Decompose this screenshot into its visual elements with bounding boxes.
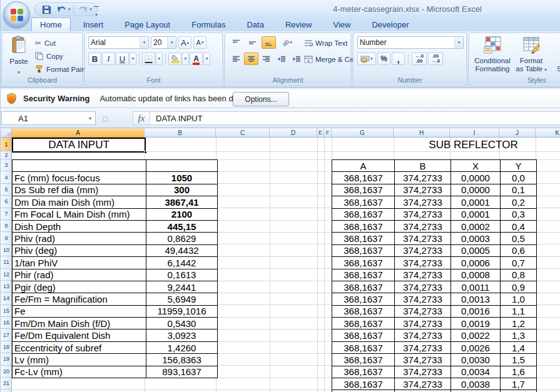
borders-button[interactable]	[142, 53, 155, 65]
row-header[interactable]: 1	[1, 138, 12, 151]
cell-styles-button[interactable]: Cell Styles ▾	[551, 36, 560, 77]
param-value-cell[interactable]: 5,6949	[146, 293, 218, 305]
cell-col-b[interactable]: 374,2733	[395, 329, 451, 341]
insert-function-button[interactable]: fx	[133, 111, 150, 125]
column-header[interactable]: A	[12, 128, 145, 138]
ribbon-tab[interactable]: Developer	[363, 18, 417, 31]
param-label-cell[interactable]: Fe/Fm = Magnification	[13, 293, 146, 305]
formula-bar-splitter[interactable]	[103, 116, 108, 122]
param-label-cell[interactable]: Fe	[13, 305, 146, 317]
cell-col-x[interactable]: 0,0013	[451, 293, 501, 305]
cell-col-y[interactable]: 0,5	[501, 233, 537, 244]
column-header[interactable]: B	[145, 128, 216, 138]
ribbon-tab[interactable]: Formulas	[183, 18, 234, 31]
cell-col-b[interactable]: 374,2733	[395, 220, 451, 232]
cell-col-y[interactable]: 0,4	[501, 220, 537, 232]
param-label-cell[interactable]: Fc (mm) focus-focus	[13, 172, 146, 184]
font-size-arrow[interactable]: ▾	[167, 37, 176, 48]
row-header[interactable]: 10	[1, 244, 12, 256]
column-header[interactable]: E	[317, 128, 324, 138]
row-header[interactable]: 16	[1, 317, 12, 329]
param-label-cell[interactable]: Fe/Dm Equivalent Dish	[13, 329, 146, 341]
cell-col-x[interactable]: 0,0001	[451, 208, 501, 220]
row-header[interactable]: 17	[1, 329, 12, 341]
param-label-cell[interactable]: Dish Depth	[13, 220, 146, 232]
row-header[interactable]: 15	[1, 305, 12, 317]
cell-col-y[interactable]: 0,0	[501, 172, 537, 184]
cell-col-x[interactable]: 0,0022	[451, 329, 501, 341]
param-value-cell[interactable]: 2100	[146, 208, 218, 220]
sub-table-column-header[interactable]: A	[332, 160, 395, 172]
name-box[interactable]: A1 ▾	[1, 111, 96, 125]
row-header[interactable]: 5	[1, 184, 12, 196]
name-box-arrow[interactable]: ▾	[85, 116, 95, 121]
cell-col-y[interactable]: 1,7	[501, 378, 537, 390]
ribbon-tab[interactable]: Insert	[74, 18, 113, 31]
cell-col-b[interactable]: 374,2733	[395, 196, 451, 208]
column-header[interactable]: H	[394, 128, 450, 138]
cell-col-x[interactable]: 0,0011	[451, 281, 501, 293]
cell-col-a[interactable]: 368,1637	[332, 366, 395, 378]
column-header[interactable]: K	[536, 128, 560, 138]
align-bottom-button[interactable]	[262, 36, 276, 49]
cell-col-y[interactable]: 0,6	[501, 244, 537, 256]
cell-col-x[interactable]: 0,0016	[451, 305, 501, 317]
cell-col-a[interactable]: 368,1637	[332, 281, 395, 293]
ribbon-tab[interactable]: View	[325, 18, 360, 31]
cell-col-y[interactable]: 0,8	[501, 269, 537, 281]
shrink-font-button[interactable]: A▾	[193, 36, 206, 49]
cell-col-x[interactable]: 0,0005	[451, 244, 501, 256]
param-value-cell[interactable]: 0,1613	[146, 269, 218, 281]
cell-col-x[interactable]: 0,0008	[451, 269, 501, 281]
row-header[interactable]: 3	[1, 159, 12, 171]
ribbon-tab[interactable]: Home	[31, 18, 71, 31]
paste-dropdown-arrow[interactable]: ▾	[18, 70, 20, 75]
cell-col-x[interactable]: 0,0019	[451, 318, 501, 329]
cell-col-a[interactable]: 368,1637	[332, 257, 395, 269]
cell-col-x[interactable]: 0,0034	[451, 366, 501, 378]
borders-dropdown[interactable]: ▾	[156, 53, 163, 65]
cell-col-b[interactable]: 374,2733	[395, 269, 451, 281]
increase-indent-button[interactable]	[289, 53, 303, 65]
param-label-cell[interactable]: Fm/Dm Main Dish (f/D)	[13, 318, 146, 329]
align-top-button[interactable]	[229, 36, 243, 49]
cell-col-b[interactable]: 374,2733	[395, 305, 451, 317]
cell-col-y[interactable]: 0,2	[501, 196, 537, 208]
param-value-cell[interactable]: 0,5430	[146, 318, 218, 329]
param-value-cell[interactable]: 49,4432	[146, 244, 218, 256]
cell-col-a[interactable]: 368,1637	[332, 172, 395, 184]
param-label-cell[interactable]: Eccentricity of subref	[13, 341, 146, 353]
format-as-table-arrow[interactable]: ▾	[544, 68, 547, 73]
cell-col-a[interactable]: 368,1637	[332, 220, 395, 232]
undo-button[interactable]	[54, 4, 68, 15]
row-header[interactable]: 11	[1, 256, 12, 268]
cell-col-x[interactable]: 0,0001	[451, 196, 501, 208]
redo-button[interactable]	[76, 4, 90, 15]
row-header[interactable]: 13	[1, 281, 12, 293]
param-value-cell[interactable]: 893,1637	[146, 366, 218, 378]
cell-col-b[interactable]: 374,2733	[395, 172, 451, 184]
cell-col-b[interactable]: 374,2733	[395, 257, 451, 269]
font-color-button[interactable]: A	[190, 53, 203, 65]
comma-style-button[interactable]: ,	[392, 53, 405, 65]
param-label-cell[interactable]: Pgir (deg)	[13, 281, 146, 293]
param-value-cell[interactable]	[146, 160, 218, 172]
cell-col-y[interactable]: 1,2	[501, 318, 537, 329]
cell-col-a[interactable]: 368,1637	[332, 341, 395, 353]
accounting-format-button[interactable]: ▾	[357, 53, 376, 65]
row-header[interactable]: 2	[1, 151, 12, 159]
percent-style-button[interactable]: %	[377, 53, 390, 65]
sub-table-column-header[interactable]: Y	[501, 160, 537, 172]
cell-col-b[interactable]: 374,2733	[395, 244, 451, 256]
param-label-cell[interactable]: Phiv (deg)	[13, 244, 146, 256]
cell-col-b[interactable]: 374,2733	[395, 293, 451, 305]
sub-table-column-header[interactable]: X	[451, 160, 501, 172]
cell-col-y[interactable]: 0,3	[501, 208, 537, 220]
cell-col-a[interactable]: 368,1637	[332, 196, 395, 208]
paste-button[interactable]: Paste ▾	[6, 36, 32, 77]
align-center-button[interactable]	[244, 53, 258, 65]
cell-col-a[interactable]: 368,1637	[332, 329, 395, 341]
cell-col-a[interactable]: 368,1637	[332, 293, 395, 305]
column-header[interactable]: C	[216, 128, 270, 138]
cell-col-a[interactable]: 368,1637	[332, 354, 395, 366]
